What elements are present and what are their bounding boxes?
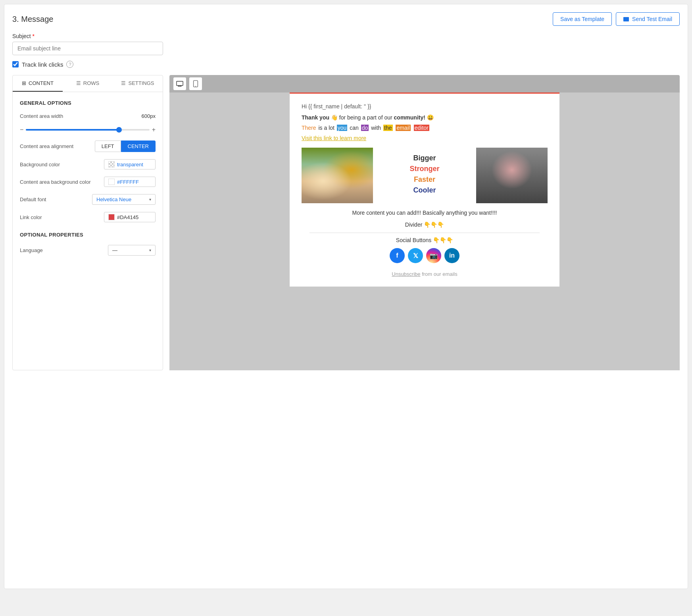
social-instagram-icon[interactable]: 📷 xyxy=(426,248,441,263)
email-more-content: More content you can add!!! Basically an… xyxy=(302,210,548,216)
font-select-chevron-icon: ▾ xyxy=(149,197,151,202)
content-bg-color-picker[interactable]: #FFFFFF xyxy=(104,177,156,187)
optional-properties-title: OPTIONAL PROPERTIES xyxy=(20,232,156,238)
left-panel: ⊞ CONTENT ☰ ROWS ☰ SETTINGS GENERAL OPTI… xyxy=(12,75,163,370)
email-image-left xyxy=(302,148,373,203)
email-social-title: Social Buttons 👇👇👇 xyxy=(302,237,548,243)
page-title: 3. Message xyxy=(12,15,53,24)
link-color-picker[interactable]: #DA4145 xyxy=(104,212,156,222)
optional-properties-section: OPTIONAL PROPERTIES Language — ▾ xyxy=(20,232,156,256)
track-link-clicks-row: Track link clicks ? xyxy=(12,61,680,68)
language-select[interactable]: — ▾ xyxy=(108,245,156,256)
email-social-icons: f 𝕏 📷 in xyxy=(302,248,548,263)
unsubscribe-link[interactable]: Unsubscribe xyxy=(392,271,420,277)
svg-rect-0 xyxy=(177,81,183,86)
content-tab-icon: ⊞ xyxy=(22,80,26,86)
content-bg-color-label: Content area background color xyxy=(20,179,91,185)
email-line2: Thank you 👋 for being a part of our comm… xyxy=(302,114,548,121)
email-divider-text: Divider 👇👇👇 xyxy=(302,221,548,228)
language-chevron-icon: ▾ xyxy=(149,248,151,252)
slider-thumb[interactable] xyxy=(116,127,122,133)
text-faster: Faster xyxy=(377,175,472,184)
help-icon[interactable]: ? xyxy=(66,61,73,68)
default-font-select[interactable]: Helvetica Neue ▾ xyxy=(92,194,156,205)
rows-tab-icon: ☰ xyxy=(76,80,81,86)
email-image-right xyxy=(476,148,548,203)
word-you: you xyxy=(337,125,348,131)
email-visit-link[interactable]: Visit this link to learn more xyxy=(302,135,548,141)
envelope-icon xyxy=(623,17,629,21)
language-field: Language — ▾ xyxy=(20,245,156,256)
content-width-slider-row: − + xyxy=(20,126,156,133)
right-panel: Hi {{ first_name | default: '' }} Thank … xyxy=(169,75,680,370)
preview-toolbar xyxy=(169,75,680,92)
default-font-field: Default font Helvetica Neue ▾ xyxy=(20,194,156,205)
content-bg-color-value: #FFFFFF xyxy=(117,179,139,185)
email-canvas: Hi {{ first_name | default: '' }} Thank … xyxy=(169,92,680,370)
background-color-swatch xyxy=(108,161,115,167)
svg-point-5 xyxy=(195,86,196,87)
background-color-picker[interactable]: transparent xyxy=(104,159,156,169)
default-font-value: Helvetica Neue xyxy=(96,196,147,202)
tabs-row: ⊞ CONTENT ☰ ROWS ☰ SETTINGS xyxy=(13,75,163,92)
desktop-icon xyxy=(176,80,183,87)
tab-settings[interactable]: ☰ SETTINGS xyxy=(113,75,163,92)
content-bg-color-field: Content area background color #FFFFFF xyxy=(20,177,156,187)
slider-fill xyxy=(26,129,118,131)
settings-tab-icon: ☰ xyxy=(121,80,126,86)
link-color-value: #DA4145 xyxy=(117,214,138,220)
mobile-preview-button[interactable] xyxy=(189,77,202,90)
top-bar-actions: Save as Template Send Test Email xyxy=(553,12,680,26)
slider-plus-button[interactable]: + xyxy=(152,126,156,133)
background-color-field: Background color transparent xyxy=(20,159,156,169)
social-twitter-icon[interactable]: 𝕏 xyxy=(408,248,423,263)
save-template-button[interactable]: Save as Template xyxy=(553,12,612,26)
language-label: Language xyxy=(20,247,43,253)
word-there: There xyxy=(302,125,316,131)
general-options-title: GENERAL OPTIONS xyxy=(20,100,156,106)
content-alignment-label: Content area alignment xyxy=(20,143,73,149)
content-width-label: Content area width xyxy=(20,113,63,119)
text-bigger: Bigger xyxy=(377,154,472,162)
link-color-field: Link color #DA4145 xyxy=(20,212,156,222)
email-content: Hi {{ first_name | default: '' }} Thank … xyxy=(290,92,559,287)
desktop-preview-button[interactable] xyxy=(173,77,186,90)
panel-body: GENERAL OPTIONS Content area width 600px… xyxy=(13,92,163,271)
email-colored-line: There is a lot you can do with the email… xyxy=(302,125,548,131)
main-layout: ⊞ CONTENT ☰ ROWS ☰ SETTINGS GENERAL OPTI… xyxy=(12,75,680,370)
email-divider-line xyxy=(309,233,540,233)
subject-row: Subject * xyxy=(12,33,680,55)
word-email: email xyxy=(396,125,410,131)
social-facebook-icon[interactable]: f xyxy=(390,248,405,263)
alignment-buttons: LEFT CENTER xyxy=(95,141,156,152)
text-cooler: Cooler xyxy=(377,186,472,194)
language-value: — xyxy=(112,247,147,253)
text-stronger: Stronger xyxy=(377,165,472,173)
background-color-value: transparent xyxy=(117,162,143,167)
subject-label: Subject * xyxy=(12,33,680,39)
slider-track xyxy=(26,129,149,131)
word-the: the xyxy=(383,125,392,131)
align-left-button[interactable]: LEFT xyxy=(95,141,121,152)
email-unsubscribe: Unsubscribe from our emails xyxy=(302,271,548,277)
word-do: do xyxy=(361,125,369,131)
link-color-label: Link color xyxy=(20,214,42,220)
tab-content[interactable]: ⊞ CONTENT xyxy=(13,75,63,92)
content-width-value: 600px xyxy=(142,113,156,119)
link-color-swatch xyxy=(108,214,115,220)
subject-input[interactable] xyxy=(12,42,163,55)
align-center-button[interactable]: CENTER xyxy=(121,141,156,152)
word-editor: editor xyxy=(414,125,429,131)
social-linkedin-icon[interactable]: in xyxy=(444,248,459,263)
track-link-clicks-checkbox[interactable] xyxy=(12,61,19,67)
email-center-text: Bigger Stronger Faster Cooler xyxy=(377,154,472,197)
track-link-clicks-label: Track link clicks xyxy=(22,61,63,68)
email-image-row: Bigger Stronger Faster Cooler xyxy=(302,148,548,203)
tab-rows[interactable]: ☰ ROWS xyxy=(63,75,113,92)
mobile-icon xyxy=(192,80,199,87)
send-test-email-button[interactable]: Send Test Email xyxy=(616,12,680,26)
content-width-field: Content area width 600px xyxy=(20,113,156,119)
email-greeting: Hi {{ first_name | default: '' }} xyxy=(302,103,548,110)
content-alignment-field: Content area alignment LEFT CENTER xyxy=(20,141,156,152)
slider-minus-button[interactable]: − xyxy=(20,126,23,133)
